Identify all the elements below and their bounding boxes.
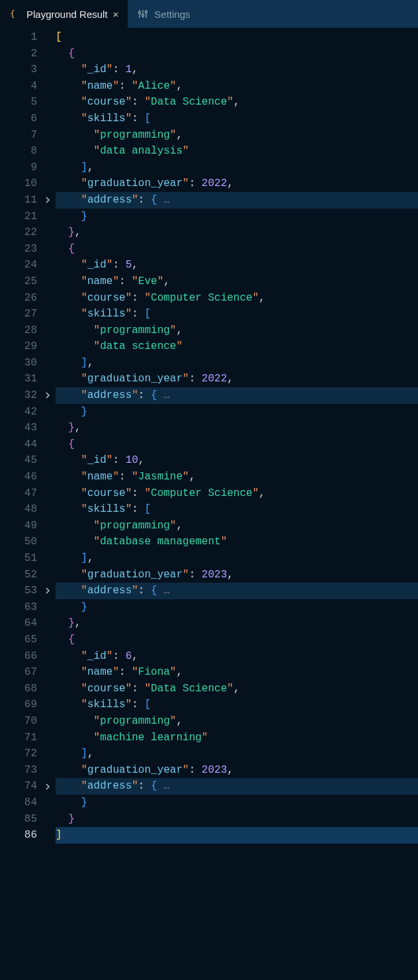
code-line[interactable]: "graduation_year": 2023, bbox=[56, 762, 418, 779]
line-number: 84 bbox=[0, 795, 40, 811]
code-line[interactable]: ], bbox=[56, 160, 418, 176]
token-qt: " bbox=[112, 275, 119, 287]
code-line[interactable]: }, bbox=[56, 224, 418, 241]
token-qt: " bbox=[132, 471, 138, 483]
token-str: data analysis bbox=[100, 145, 183, 157]
code-line[interactable]: ], bbox=[56, 550, 418, 567]
code-line[interactable]: ] bbox=[56, 827, 418, 844]
code-line[interactable]: "address": { … bbox=[56, 387, 418, 404]
code-line[interactable]: "programming", bbox=[56, 713, 418, 730]
code-line[interactable]: } bbox=[56, 404, 418, 420]
fold-spacer bbox=[40, 469, 56, 485]
code-line[interactable]: "course": "Computer Science", bbox=[56, 485, 418, 502]
token-pn: , bbox=[75, 422, 81, 434]
fold-spacer bbox=[40, 273, 56, 290]
fold-chevron-icon[interactable] bbox=[40, 583, 56, 599]
line-number: 26 bbox=[0, 290, 40, 307]
code-line[interactable]: ], bbox=[56, 355, 418, 371]
code-content[interactable]: [ { "_id": 1, "name": "Alice", "course":… bbox=[56, 28, 418, 980]
token-str: Data Science bbox=[151, 96, 227, 108]
code-line[interactable]: "address": { … bbox=[56, 778, 418, 795]
code-line[interactable]: "name": "Alice", bbox=[56, 78, 418, 95]
fold-spacer bbox=[40, 746, 56, 762]
token-qt: " bbox=[81, 454, 87, 466]
token-qt: " bbox=[94, 520, 101, 532]
code-line[interactable]: "data science" bbox=[56, 338, 418, 355]
fold-chevron-icon[interactable] bbox=[40, 387, 56, 404]
code-line[interactable]: "_id": 1, bbox=[56, 62, 418, 78]
code-line[interactable]: { bbox=[56, 632, 418, 648]
code-line[interactable]: "_id": 5, bbox=[56, 257, 418, 273]
tab-playground-result[interactable]: { } Playground Result × bbox=[0, 0, 128, 28]
code-line[interactable]: }, bbox=[56, 420, 418, 436]
code-line[interactable]: } bbox=[56, 599, 418, 616]
code-line[interactable]: "address": { … bbox=[56, 583, 418, 599]
code-line[interactable]: } bbox=[56, 811, 418, 828]
token-str: Data Science bbox=[151, 683, 227, 695]
code-line[interactable]: { bbox=[56, 241, 418, 258]
code-line[interactable]: "_id": 10, bbox=[56, 452, 418, 469]
token-pn: : bbox=[138, 389, 151, 401]
token-qt: " bbox=[81, 471, 87, 483]
token-key: course bbox=[87, 487, 126, 499]
token-pn: , bbox=[227, 177, 233, 189]
code-line[interactable]: "graduation_year": 2023, bbox=[56, 567, 418, 583]
code-line[interactable]: { bbox=[56, 46, 418, 62]
fold-spacer bbox=[40, 29, 56, 46]
fold-spacer bbox=[40, 111, 56, 127]
code-line[interactable]: "course": "Computer Science", bbox=[56, 290, 418, 307]
code-line[interactable]: "skills": [ bbox=[56, 501, 418, 518]
line-number: 10 bbox=[0, 175, 40, 192]
code-line[interactable]: } bbox=[56, 209, 418, 225]
close-icon[interactable]: × bbox=[113, 9, 119, 20]
code-line[interactable]: "address": { … bbox=[56, 192, 418, 209]
token-qt: " bbox=[170, 520, 177, 532]
code-line[interactable]: "graduation_year": 2022, bbox=[56, 175, 418, 192]
fold-chevron-icon[interactable] bbox=[40, 192, 56, 209]
settings-icon bbox=[137, 8, 149, 20]
fold-spacer bbox=[40, 241, 56, 258]
token-br-b: ] bbox=[81, 357, 87, 369]
code-line[interactable]: "name": "Fiona", bbox=[56, 664, 418, 681]
code-line[interactable]: "skills": [ bbox=[56, 697, 418, 713]
token-qt: " bbox=[126, 96, 132, 108]
code-line[interactable]: ], bbox=[56, 746, 418, 762]
token-qt: " bbox=[112, 666, 119, 678]
token-qt: " bbox=[170, 129, 177, 141]
code-line[interactable]: "name": "Jasmine", bbox=[56, 469, 418, 485]
code-line[interactable]: "machine learning" bbox=[56, 730, 418, 746]
token-num: 2023 bbox=[202, 569, 227, 581]
code-line[interactable]: "course": "Data Science", bbox=[56, 94, 418, 111]
editor[interactable]: 1234567891011212223242526272829303132424… bbox=[0, 28, 418, 980]
code-line[interactable]: "skills": [ bbox=[56, 111, 418, 127]
token-br-b: } bbox=[81, 797, 87, 808]
code-line[interactable]: { bbox=[56, 436, 418, 453]
svg-point-4 bbox=[142, 14, 144, 16]
token-pn: : bbox=[189, 373, 202, 385]
token-qt: " bbox=[221, 536, 228, 548]
line-number: 64 bbox=[0, 615, 40, 632]
code-line[interactable]: "course": "Data Science", bbox=[56, 681, 418, 697]
code-line[interactable]: "data analysis" bbox=[56, 143, 418, 160]
code-line[interactable]: [ bbox=[56, 29, 418, 46]
token-pn: , bbox=[227, 569, 233, 581]
token-pn: : bbox=[138, 780, 151, 792]
code-line[interactable]: }, bbox=[56, 615, 418, 632]
token-qt: " bbox=[81, 487, 87, 499]
code-line[interactable]: "graduation_year": 2022, bbox=[56, 371, 418, 387]
fold-spacer bbox=[40, 338, 56, 355]
line-number: 48 bbox=[0, 501, 40, 518]
code-line[interactable]: "skills": [ bbox=[56, 306, 418, 322]
token-qt: " bbox=[81, 80, 87, 92]
fold-chevron-icon[interactable] bbox=[40, 778, 56, 795]
code-line[interactable]: } bbox=[56, 795, 418, 811]
token-key: course bbox=[87, 292, 126, 304]
code-line[interactable]: "name": "Eve", bbox=[56, 273, 418, 290]
token-br-b: { bbox=[151, 389, 157, 401]
code-line[interactable]: "_id": 6, bbox=[56, 648, 418, 665]
tab-settings[interactable]: Settings bbox=[128, 0, 199, 28]
code-line[interactable]: "programming", bbox=[56, 322, 418, 339]
code-line[interactable]: "database management" bbox=[56, 534, 418, 550]
code-line[interactable]: "programming", bbox=[56, 127, 418, 144]
code-line[interactable]: "programming", bbox=[56, 518, 418, 534]
